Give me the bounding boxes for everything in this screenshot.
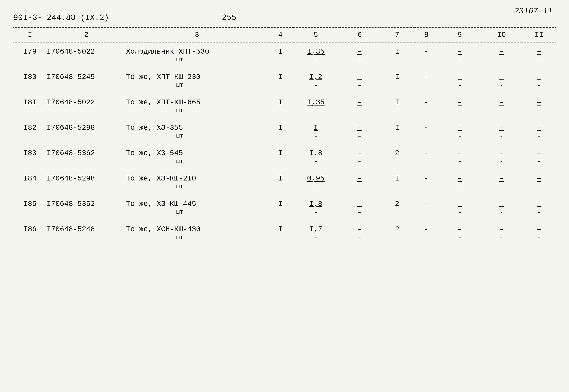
row-col11: – <box>522 195 556 209</box>
sub-empty-8 <box>414 82 439 93</box>
row-col8: - <box>414 144 439 158</box>
sub-col11: - <box>522 107 556 119</box>
row-col10: – <box>481 93 522 107</box>
row-col6: – <box>339 144 380 158</box>
row-col9: – <box>439 93 481 107</box>
sub-empty-2 <box>47 82 126 93</box>
sub-col9: - <box>439 234 481 246</box>
sub-empty-2 <box>47 107 126 119</box>
row-col4: I <box>268 144 293 158</box>
sub-empty-2 <box>47 209 126 220</box>
sub-empty-4 <box>268 158 293 169</box>
row-id: I84 <box>13 169 47 183</box>
sub-empty-2 <box>47 234 126 246</box>
row-col7: I <box>380 119 414 133</box>
row-col4: I <box>268 119 293 133</box>
row-col9: – <box>439 169 481 183</box>
row-id: I86 <box>13 220 47 234</box>
sub-empty-4 <box>268 56 293 68</box>
row-code: I70648-5022 <box>47 93 126 107</box>
sub-empty-7 <box>380 158 414 169</box>
col-header-7: 7 <box>380 28 414 42</box>
row-unit: шт <box>126 158 268 169</box>
sub-empty-1 <box>13 234 47 246</box>
column-header-row: I 2 3 4 5 6 7 8 9 IO II <box>13 28 556 42</box>
table-subrow: шт - – - - - <box>13 209 556 220</box>
row-desc: То же, ХЗ-КШ-2IO <box>126 169 268 183</box>
row-col10: – <box>481 119 522 133</box>
row-col11: – <box>522 42 556 56</box>
header-left: 90I-3- 244.88 (IX.2) <box>13 13 109 22</box>
row-unit: шт <box>126 82 268 93</box>
sub-col6: – <box>339 133 380 144</box>
sub-col10: - <box>481 107 522 119</box>
row-id: I80 <box>13 68 47 82</box>
row-col4: I <box>268 68 293 82</box>
sub-col10: - <box>481 82 522 93</box>
col-header-4: 4 <box>268 28 293 42</box>
row-col10: – <box>481 42 522 56</box>
doc-id: 23167-11 <box>514 7 552 15</box>
row-id: I79 <box>13 42 47 56</box>
row-col11: – <box>522 220 556 234</box>
row-code: I70648-5298 <box>47 169 126 183</box>
sub-col11: - <box>522 133 556 144</box>
row-desc: То же, ХЗ-545 <box>126 144 268 158</box>
table-subrow: шт - – - - - <box>13 158 556 169</box>
row-col8: - <box>414 169 439 183</box>
table-row: I82 I70648-5298 То же, ХЗ-355 I I – I - … <box>13 119 556 133</box>
row-desc: То же, ХЗ-355 <box>126 119 268 133</box>
table-subrow: шт - – - - - <box>13 234 556 246</box>
row-col4: I <box>268 42 293 56</box>
row-desc: То же, ХПТ-КШ-230 <box>126 68 268 82</box>
sub-col5: - <box>293 158 339 169</box>
sub-empty-8 <box>414 158 439 169</box>
sub-col10: - <box>481 234 522 246</box>
row-unit: шт <box>126 209 268 220</box>
col-header-9: 9 <box>439 28 481 42</box>
sub-empty-7 <box>380 183 414 195</box>
row-code: I70648-5362 <box>47 144 126 158</box>
row-col11: – <box>522 119 556 133</box>
sub-col9: - <box>439 209 481 220</box>
sub-col9: - <box>439 183 481 195</box>
row-col8: - <box>414 195 439 209</box>
sub-empty-2 <box>47 158 126 169</box>
sub-col6: – <box>339 234 380 246</box>
sub-empty-4 <box>268 107 293 119</box>
row-col5: I,35 <box>293 93 339 107</box>
row-col4: I <box>268 169 293 183</box>
table-row: I79 I70648-5022 Холодильник ХПТ-530 I I,… <box>13 42 556 56</box>
main-table: I 2 3 4 5 6 7 8 9 IO II I79 I70648-5022 … <box>13 27 556 246</box>
row-col6: – <box>339 169 380 183</box>
row-col10: – <box>481 68 522 82</box>
row-col7: I <box>380 42 414 56</box>
sub-empty-7 <box>380 107 414 119</box>
row-col6: – <box>339 119 380 133</box>
row-desc: Холодильник ХПТ-530 <box>126 42 268 56</box>
row-unit: шт <box>126 234 268 246</box>
row-col9: – <box>439 195 481 209</box>
sub-col9: - <box>439 56 481 68</box>
sub-empty-4 <box>268 209 293 220</box>
sub-empty-8 <box>414 107 439 119</box>
col-header-10: IO <box>481 28 522 42</box>
row-col5: I,7 <box>293 220 339 234</box>
row-col7: 2 <box>380 144 414 158</box>
sub-col5: - <box>293 183 339 195</box>
sub-empty-8 <box>414 183 439 195</box>
header-line: 90I-3- 244.88 (IX.2) 255 <box>13 13 556 22</box>
sub-col11: - <box>522 234 556 246</box>
col-header-2: 2 <box>47 28 126 42</box>
header-center: 255 <box>222 13 236 22</box>
sub-empty-2 <box>47 56 126 68</box>
sub-empty-1 <box>13 82 47 93</box>
sub-empty-1 <box>13 209 47 220</box>
row-code: I70648-5245 <box>47 68 126 82</box>
row-col11: – <box>522 144 556 158</box>
sub-col11: - <box>522 158 556 169</box>
row-id: I82 <box>13 119 47 133</box>
sub-col5: - <box>293 234 339 246</box>
row-code: I70648-5298 <box>47 119 126 133</box>
row-col8: - <box>414 42 439 56</box>
